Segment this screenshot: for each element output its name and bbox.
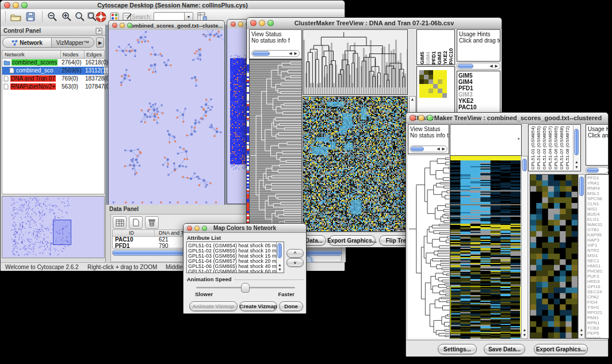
delete-attribute-trash-icon[interactable]	[145, 216, 159, 229]
gene-label[interactable]: RPN1	[586, 320, 609, 325]
tv1-column-dendrogram-canvas[interactable]	[303, 29, 408, 95]
export-graphics-button[interactable]: Export Graphics...	[534, 344, 588, 354]
gene-label[interactable]: GTB1	[586, 227, 609, 232]
move-up-button[interactable]: ^	[286, 249, 304, 258]
zoom-out-icon[interactable]	[47, 11, 58, 22]
gene-label[interactable]: CLN1	[586, 201, 609, 206]
column-label[interactable]: GPL51-03 (GSM856)	[542, 126, 548, 170]
scrollbar-thumb[interactable]	[587, 168, 599, 173]
column-label[interactable]: GPL51-07 (GSM868)	[559, 126, 565, 170]
minimize-icon[interactable]	[238, 21, 243, 26]
gene-label[interactable]: PFD1	[457, 85, 500, 91]
scroll-up-icon[interactable]: ▲	[573, 160, 580, 164]
scrollbar-thumb[interactable]	[574, 129, 579, 155]
column-label[interactable]: GIM4	[425, 32, 430, 64]
gene-label[interactable]: MSI1	[586, 253, 609, 258]
gene-label[interactable]: HRD3	[586, 279, 609, 284]
gene-label[interactable]: RNR4	[586, 186, 609, 191]
tab-overflow-button[interactable]: ▶	[96, 37, 104, 48]
help-lifering-icon[interactable]	[94, 10, 107, 23]
attribute-list-vscrollbar[interactable]: ▲ ▼	[276, 242, 283, 273]
scrollbar-arrows-icon[interactable]: ◀ ▶	[489, 64, 499, 68]
tv1-heatmap-canvas[interactable]	[303, 96, 408, 232]
maximize-icon[interactable]	[267, 20, 274, 26]
scrollbar-thumb[interactable]	[411, 147, 424, 151]
tv1-summary-matrix-canvas[interactable]	[419, 70, 447, 98]
gene-label[interactable]: PUF3	[586, 274, 609, 279]
scrollbar-thumb[interactable]	[579, 177, 584, 196]
attribute-list[interactable]: GPL51-01 (GSM854) heat shock 05 minGPL51…	[186, 242, 284, 273]
tv2-usage-hscrollbar[interactable]	[586, 167, 609, 174]
network-row-combined-sco-selected[interactable]: combined_sco 2569(6) 13112(15)	[2, 67, 104, 75]
attribute-select-icon[interactable]	[113, 216, 127, 229]
settings-button[interactable]: Settings...	[438, 344, 477, 354]
main-titlebar[interactable]: Cytoscape Desktop (Session Name: collins…	[1, 1, 345, 10]
tv2-column-dendrogram-area[interactable]: ▸	[450, 124, 522, 156]
gene-label[interactable]: MAK31	[586, 222, 609, 227]
view-status-hscrollbar[interactable]: ◀ ▶	[251, 50, 300, 57]
maximize-icon[interactable]	[127, 23, 132, 28]
treeview2-titlebar[interactable]: ClusterMaker TreeView : combined_scores_…	[406, 113, 608, 124]
col-network[interactable]: Network	[5, 51, 25, 58]
gene-label[interactable]: MSL1	[586, 191, 609, 196]
overview-canvas[interactable]	[2, 197, 104, 258]
gene-label[interactable]: CPA2	[586, 294, 609, 300]
gene-label[interactable]: SPC98	[586, 196, 609, 201]
close-icon[interactable]	[410, 115, 416, 121]
float-panel-icon[interactable]	[95, 28, 102, 36]
tv2-collabels-vscrollbar[interactable]: ▲ ▼	[573, 125, 580, 170]
tv2-zoom-vscrollbar[interactable]: ▲ ▼	[578, 174, 585, 339]
done-button[interactable]: Done	[279, 301, 303, 311]
export-graphics-button[interactable]: Export Graphics...	[328, 235, 376, 246]
scroll-up-icon[interactable]: ▲	[522, 328, 527, 332]
network1-canvas[interactable]	[109, 30, 224, 207]
open-file-icon[interactable]	[10, 11, 21, 22]
tv2-vscrollbar[interactable]: ▲ ▼	[521, 156, 528, 339]
tab-vizmapper[interactable]: VizMapper™	[52, 37, 94, 48]
scrollbar-thumb[interactable]	[522, 159, 527, 171]
treeview1-titlebar[interactable]: ClusterMaker TreeView : DNA and Tran 07-…	[247, 18, 502, 29]
gene-label[interactable]: PFD1	[586, 175, 609, 181]
gene-label[interactable]: VIP1	[586, 243, 609, 248]
gene-label[interactable]: KAP95	[586, 232, 609, 237]
scroll-down-icon[interactable]: ▼	[522, 333, 527, 338]
gene-label[interactable]: HAP3	[586, 237, 609, 243]
gene-label[interactable]: GIM3	[457, 91, 500, 98]
gene-label[interactable]: PAC10	[457, 104, 500, 110]
tv2-heatmap-canvas[interactable]	[450, 156, 521, 339]
column-label[interactable]: GPL51-04 (GSM857)	[548, 126, 553, 170]
close-icon[interactable]	[187, 225, 192, 231]
column-label[interactable]: GIM3	[437, 32, 442, 64]
attribute-item[interactable]: GPL51-07 (GSM868) heat shock 60 min	[187, 269, 284, 273]
scrollbar-arrows-icon[interactable]: ◀ ▶	[437, 147, 446, 151]
gene-label[interactable]: GPI16	[586, 284, 609, 289]
zoom-in-icon[interactable]	[61, 11, 72, 22]
network1-titlebar[interactable]: combined_scores_good.txt--cluste...	[109, 21, 224, 30]
col-id[interactable]: ID	[129, 230, 134, 236]
new-attribute-icon[interactable]	[129, 216, 143, 229]
gene-label[interactable]: SEC24	[586, 289, 609, 294]
col-edges[interactable]: Edges	[86, 51, 102, 58]
column-label[interactable]: GPL51-08 (GSM872)	[565, 126, 571, 170]
gene-label[interactable]: YRA1	[586, 181, 609, 186]
minimize-icon[interactable]	[120, 23, 125, 28]
minimize-icon[interactable]	[194, 225, 200, 231]
gene-label[interactable]: PHO81	[586, 269, 609, 274]
tab-network[interactable]: Network	[2, 37, 52, 48]
close-icon[interactable]	[112, 23, 117, 28]
gene-label[interactable]: PEP5	[586, 331, 609, 336]
gene-label[interactable]: MON2	[586, 336, 609, 339]
scrollbar-thumb[interactable]	[253, 51, 270, 56]
tv1-row-dendrogram-canvas[interactable]	[249, 59, 302, 232]
scroll-down-icon[interactable]: ▼	[277, 267, 283, 272]
col-nodes[interactable]: Nodes	[63, 51, 78, 58]
column-label[interactable]: GPL51-01 (GSM854)	[530, 126, 536, 170]
gene-label[interactable]: YKE2	[457, 98, 500, 104]
scroll-down-icon[interactable]: ▼	[573, 165, 580, 170]
column-label[interactable]: PFD1	[431, 32, 436, 64]
save-icon[interactable]	[25, 11, 36, 22]
close-icon[interactable]	[4, 2, 10, 8]
gene-label[interactable]: NIS1	[586, 206, 609, 212]
column-label[interactable]: YKE2	[442, 32, 447, 64]
dialog-titlebar[interactable]: Map Colors to Network	[183, 224, 306, 233]
